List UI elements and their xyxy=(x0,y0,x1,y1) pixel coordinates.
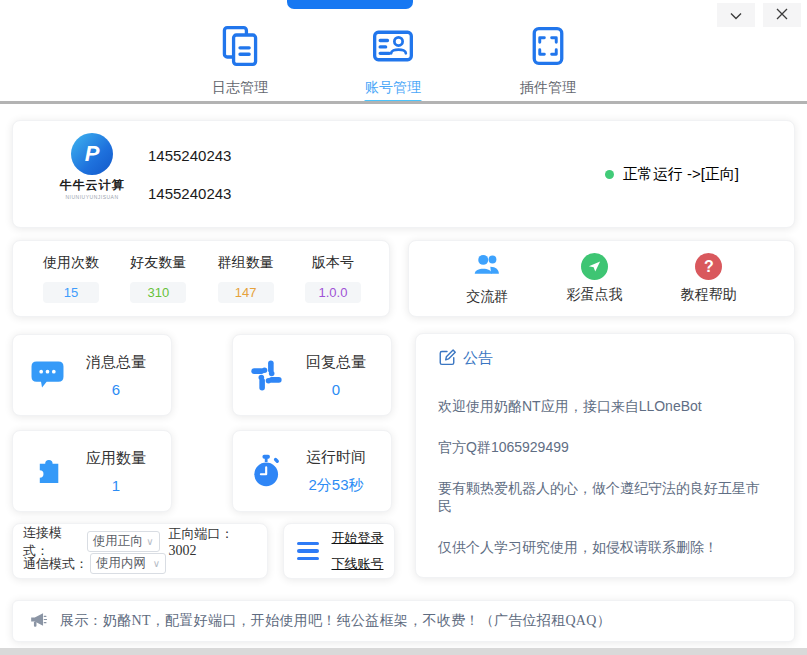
counter-value: 2分53秒 xyxy=(291,476,381,495)
quick-links-card: 交流群 彩蛋点我 ? 教程帮助 xyxy=(408,240,795,317)
tab-label: 插件管理 xyxy=(520,79,576,97)
link-tutorial-help[interactable]: ? 教程帮助 xyxy=(681,253,737,304)
announcement-line: 欢迎使用奶酪NT应用，接口来自LLOneBot xyxy=(438,398,772,416)
header-divider xyxy=(0,101,807,104)
stat-friends: 好友数量 310 xyxy=(130,254,186,303)
counter-replies: 回复总量 0 xyxy=(232,334,392,416)
notice-text: 展示：奶酪NT，配置好端口，开始使用吧！纯公益框架，不收费！（广告位招租QAQ） xyxy=(60,612,611,630)
forward-port-value: 3002 xyxy=(169,543,197,558)
tab-plugin-management[interactable]: 插件管理 xyxy=(503,24,593,103)
stat-label: 版本号 xyxy=(305,254,361,272)
announcement-line: 仅供个人学习研究使用，如侵权请联系删除！ xyxy=(438,539,772,557)
stat-usage: 使用次数 15 xyxy=(43,254,99,303)
account-card: P 牛牛云计算 NIUNIUYUNJISUAN 1455240243 14552… xyxy=(12,120,795,228)
forward-port-label: 正向端口： xyxy=(169,526,234,541)
counter-label: 应用数量 xyxy=(71,449,161,468)
announcement-line: 要有颗热爱机器人的心，做个遵纪守法的良好五星市民 xyxy=(438,480,772,516)
comm-mode-select[interactable]: 使用内网 ∨ xyxy=(90,553,166,574)
close-button[interactable] xyxy=(763,3,801,27)
tab-account-management[interactable]: 账号管理 xyxy=(348,24,438,103)
window-bottom-edge xyxy=(0,648,807,655)
question-icon: ? xyxy=(695,253,722,280)
logs-icon xyxy=(218,24,262,72)
stat-label: 群组数量 xyxy=(218,254,274,272)
puzzle-icon xyxy=(29,453,71,490)
menu-icon[interactable] xyxy=(297,542,321,561)
stat-label: 使用次数 xyxy=(43,254,99,272)
logout-account-link[interactable]: 下线账号 xyxy=(332,555,384,573)
edit-icon xyxy=(438,348,456,369)
counter-label: 运行时间 xyxy=(291,448,381,467)
logo-icon: P xyxy=(71,133,113,175)
logo-name: 牛牛云计算 xyxy=(47,177,137,194)
stat-version: 版本号 1.0.0 xyxy=(305,254,361,303)
people-icon xyxy=(471,251,504,282)
stats-card: 使用次数 15 好友数量 310 群组数量 147 版本号 1.0.0 xyxy=(12,240,390,317)
logo-subtext: NIUNIUYUNJISUAN xyxy=(47,194,137,200)
announcement-header: 公告 xyxy=(438,348,772,369)
link-label: 交流群 xyxy=(466,288,508,306)
tab-log-management[interactable]: 日志管理 xyxy=(195,24,285,103)
contact-card-icon xyxy=(371,24,415,72)
start-login-link[interactable]: 开始登录 xyxy=(332,529,384,547)
pinwheel-icon xyxy=(249,358,291,393)
counter-value: 0 xyxy=(291,381,381,398)
chevron-down-icon xyxy=(730,6,742,24)
counter-label: 消息总量 xyxy=(71,353,161,372)
minimize-button[interactable] xyxy=(717,3,755,27)
stat-groups: 群组数量 147 xyxy=(218,254,274,303)
counter-value: 6 xyxy=(71,381,161,398)
paper-plane-icon xyxy=(581,253,608,280)
account-nickname: 1455240243 xyxy=(148,147,231,164)
stat-label: 好友数量 xyxy=(130,254,186,272)
counter-value: 1 xyxy=(71,477,161,494)
avatar: P 牛牛云计算 NIUNIUYUNJISUAN xyxy=(47,133,137,200)
announcement-panel: 公告 欢迎使用奶酪NT应用，接口来自LLOneBot 官方Q群106592949… xyxy=(415,333,795,578)
announcement-title: 公告 xyxy=(463,349,493,368)
run-status: 正常运行 ->[正向] xyxy=(605,165,739,184)
stat-value: 147 xyxy=(218,282,274,303)
comm-mode-label: 通信模式： xyxy=(23,555,88,573)
account-uid: 1455240243 xyxy=(148,185,231,202)
counter-messages: 消息总量 6 xyxy=(12,334,172,416)
stopwatch-icon xyxy=(249,452,291,490)
login-card: 开始登录 下线账号 xyxy=(283,523,395,579)
megaphone-icon xyxy=(28,610,47,633)
link-label: 教程帮助 xyxy=(681,286,737,304)
connect-mode-select[interactable]: 使用正向 ∨ xyxy=(87,531,160,552)
notice-bar: 展示：奶酪NT，配置好端口，开始使用吧！纯公益框架，不收费！（广告位招租QAQ） xyxy=(12,600,795,642)
window-drag-tab[interactable] xyxy=(287,0,413,9)
stat-value: 310 xyxy=(130,282,186,303)
stat-value: 1.0.0 xyxy=(305,282,361,303)
connection-card: 连接模式： 使用正向 ∨ 正向端口：3002 通信模式： 使用内网 ∨ xyxy=(12,523,268,579)
tab-label: 账号管理 xyxy=(365,79,421,97)
status-text: 正常运行 ->[正向] xyxy=(623,165,739,184)
chevron-down-icon: ∨ xyxy=(146,536,153,547)
message-bubble-icon xyxy=(29,358,71,392)
status-dot-icon xyxy=(605,170,614,179)
forward-port: 正向端口：3002 xyxy=(169,525,257,559)
counter-label: 回复总量 xyxy=(291,353,381,372)
comm-mode-value: 使用内网 xyxy=(96,555,146,572)
link-chat-group[interactable]: 交流群 xyxy=(466,251,508,306)
close-icon xyxy=(776,6,788,24)
link-easter-egg[interactable]: 彩蛋点我 xyxy=(566,253,622,304)
stat-value: 15 xyxy=(43,282,99,303)
link-label: 彩蛋点我 xyxy=(566,286,622,304)
counter-apps: 应用数量 1 xyxy=(12,430,172,512)
tab-label: 日志管理 xyxy=(212,79,268,97)
connect-mode-value: 使用正向 xyxy=(93,533,143,550)
scan-frame-icon xyxy=(526,24,570,72)
counter-uptime: 运行时间 2分53秒 xyxy=(232,430,392,512)
chevron-down-icon: ∨ xyxy=(153,558,160,569)
announcement-line: 官方Q群1065929499 xyxy=(438,439,772,457)
